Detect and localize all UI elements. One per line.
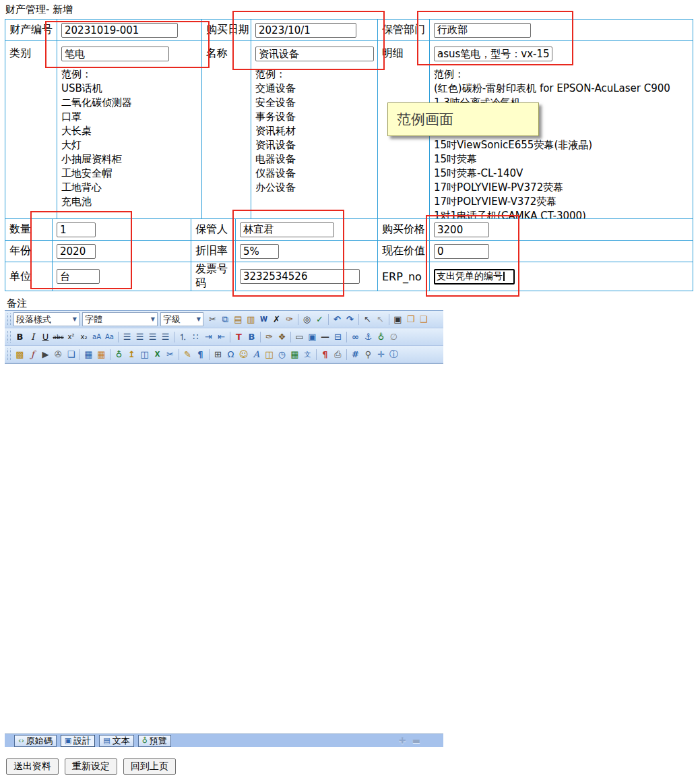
select-all-icon[interactable]: ↖ <box>374 313 387 326</box>
remove-link-icon[interactable]: ∅ <box>387 330 400 343</box>
page-properties-icon[interactable]: ❖ <box>276 330 288 343</box>
purchase-date-input[interactable] <box>255 23 356 38</box>
text-color-icon[interactable]: T <box>232 330 245 343</box>
format-painter-icon[interactable]: ✑ <box>283 313 296 326</box>
expand-icon[interactable]: ✚ <box>399 736 406 746</box>
year-input[interactable] <box>57 244 96 259</box>
toolbar-grip-icon[interactable] <box>7 331 11 342</box>
print-icon[interactable]: ⎙ <box>331 348 344 361</box>
purchase-price-input[interactable] <box>434 222 489 237</box>
import-excel-icon[interactable]: X <box>151 348 164 361</box>
paste-icon[interactable]: ▤ <box>232 313 245 326</box>
upload-icon[interactable]: ↥ <box>125 348 138 361</box>
show-paragraph-marks-icon[interactable]: ¶ <box>319 348 331 361</box>
font-size-dropdown[interactable]: 字級▼ <box>160 312 203 326</box>
paragraph-settings-icon[interactable]: ¶ <box>194 348 207 361</box>
insert-table-icon[interactable]: ▦ <box>82 348 95 361</box>
ordered-list-icon[interactable]: ⒈ <box>177 330 189 343</box>
zoom-icon[interactable]: ⚲ <box>362 348 375 361</box>
department-input[interactable] <box>434 23 531 38</box>
find-icon[interactable]: ◎ <box>300 313 313 326</box>
redo-icon[interactable]: ↷ <box>344 313 356 326</box>
excel-sheet-icon[interactable]: ▦ <box>288 348 301 361</box>
paste-plain-text-icon[interactable]: ▥ <box>245 313 257 326</box>
fit-window-icon[interactable]: ▣ <box>391 313 404 326</box>
tab-design[interactable]: ▣ 設計 <box>61 735 95 747</box>
invoice-number-input[interactable] <box>240 269 360 284</box>
subscript-icon[interactable]: x₂ <box>77 330 90 343</box>
text-field-icon[interactable]: ⊟ <box>331 330 344 343</box>
underline-icon[interactable]: U <box>39 330 52 343</box>
insert-link-icon[interactable]: ∞ <box>349 330 362 343</box>
show-grid-icon[interactable]: # <box>349 348 362 361</box>
insert-calendar-icon[interactable]: ◫ <box>138 348 151 361</box>
attach-file-icon[interactable]: ✇ <box>52 348 65 361</box>
undo-icon[interactable]: ↶ <box>331 313 344 326</box>
select-icon[interactable]: ↖ <box>361 313 374 326</box>
spell-check-icon[interactable]: ✓ <box>313 313 326 326</box>
horizontal-rule-icon[interactable]: — <box>319 330 331 343</box>
submit-button[interactable]: 送出资料 <box>6 758 59 775</box>
italic-icon[interactable]: I <box>26 330 39 343</box>
erp-no-input[interactable]: 支出凭单的编号 <box>434 269 515 285</box>
paste-from-word-icon[interactable]: W <box>257 313 270 326</box>
depreciation-rate-input[interactable] <box>240 244 279 259</box>
align-justify-icon[interactable]: ☰ <box>159 330 172 343</box>
asset-number-input[interactable] <box>61 23 178 38</box>
tab-source-code[interactable]: ‹› 原始碼 <box>14 735 57 747</box>
toolbar-grip-icon[interactable] <box>7 349 11 360</box>
copy-icon[interactable]: ⧉ <box>219 313 232 326</box>
back-button[interactable]: 回到上页 <box>123 758 176 775</box>
world-link-icon[interactable]: ♁ <box>375 330 387 343</box>
unordered-list-icon[interactable]: ∷ <box>189 330 202 343</box>
toolbar-grip-icon[interactable] <box>7 313 11 325</box>
word-art-icon[interactable]: A <box>250 348 263 361</box>
paragraph-style-dropdown[interactable]: 段落樣式▼ <box>13 312 79 326</box>
superscript-icon[interactable]: x² <box>65 330 77 343</box>
anchor-icon[interactable]: ⚓ <box>362 330 375 343</box>
tab-text[interactable]: ▤ 文本 <box>99 735 133 747</box>
insert-web-icon[interactable]: ♁ <box>113 348 125 361</box>
editor-content-area[interactable] <box>5 363 443 734</box>
insert-image-icon[interactable]: ▩ <box>13 348 26 361</box>
screen-capture-icon[interactable]: ✂ <box>164 348 177 361</box>
bold-icon[interactable]: B <box>13 330 26 343</box>
font-family-dropdown[interactable]: 字體▼ <box>82 312 158 326</box>
cut-icon[interactable]: ✂ <box>206 313 219 326</box>
show-borders-icon[interactable]: ❐ <box>404 313 417 326</box>
quantity-input[interactable] <box>57 222 96 237</box>
unit-input[interactable] <box>57 269 100 284</box>
insert-flash-icon[interactable]: ƒ <box>26 348 39 361</box>
detail-input[interactable] <box>434 47 552 61</box>
category-input[interactable] <box>61 47 169 61</box>
emoticon-icon[interactable]: ☺ <box>237 348 250 361</box>
align-right-icon[interactable]: ☰ <box>146 330 159 343</box>
tab-preview[interactable]: ♁ 預覽 <box>138 735 171 747</box>
align-center-icon[interactable]: ☰ <box>133 330 146 343</box>
current-value-input[interactable] <box>434 244 489 259</box>
style-painter-icon[interactable]: ✑ <box>263 330 276 343</box>
about-icon[interactable]: ⓘ <box>387 348 400 361</box>
table-properties-icon[interactable]: ▦ <box>95 348 108 361</box>
insert-date-icon[interactable]: ◫ <box>263 348 276 361</box>
background-color-icon[interactable]: B <box>245 330 258 343</box>
align-left-icon[interactable]: ☰ <box>121 330 133 343</box>
custodian-input[interactable] <box>240 222 334 237</box>
strikethrough-icon[interactable]: abc <box>52 330 65 343</box>
name-input[interactable] <box>255 47 374 61</box>
delete-icon[interactable]: ✗ <box>270 313 283 326</box>
insert-time-icon[interactable]: ◷ <box>276 348 288 361</box>
outdent-icon[interactable]: ⇤ <box>215 330 228 343</box>
to-lowercase-icon[interactable]: Aa <box>103 330 116 343</box>
to-uppercase-icon[interactable]: aA <box>90 330 103 343</box>
insert-form-icon[interactable]: ⊞ <box>212 348 224 361</box>
edit-note-icon[interactable]: ✎ <box>181 348 194 361</box>
reset-button[interactable]: 重新设定 <box>65 758 117 775</box>
resize-icon[interactable]: ✛ <box>375 348 387 361</box>
indent-icon[interactable]: ⇥ <box>202 330 215 343</box>
show-blocks-icon[interactable]: ❑ <box>417 313 430 326</box>
insert-media-icon[interactable]: ▶ <box>39 348 52 361</box>
translate-icon[interactable]: 文 <box>301 348 314 361</box>
insert-layer-icon[interactable]: ❏ <box>65 348 77 361</box>
div-container-icon[interactable]: ▣ <box>306 330 319 343</box>
